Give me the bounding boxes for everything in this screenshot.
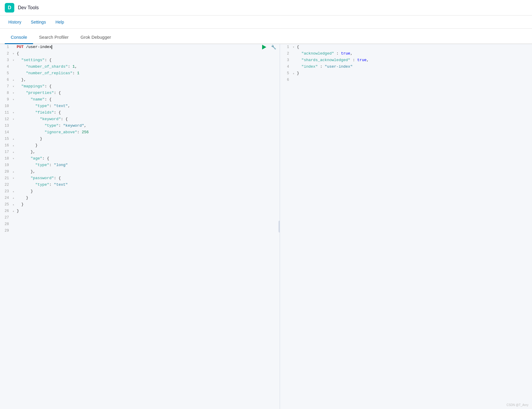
code-content: "type": "text",	[17, 103, 280, 109]
line-number: 23	[0, 188, 13, 194]
line-number: 11	[0, 110, 13, 116]
tab-console[interactable]: Console	[5, 31, 33, 44]
fold-icon[interactable]: ▾	[13, 51, 17, 56]
fold-icon	[13, 103, 17, 104]
nav-settings[interactable]: Settings	[27, 17, 50, 27]
tab-search-profiler[interactable]: Search Profiler	[33, 31, 74, 44]
fold-icon[interactable]: ▾	[13, 156, 17, 161]
line-number: 4	[0, 64, 13, 70]
left-code-line: 24▴ }	[0, 195, 280, 202]
right-line-number: 3	[280, 57, 293, 63]
fold-icon[interactable]: ▾	[13, 97, 17, 102]
line-number: 20	[0, 169, 13, 175]
fold-icon[interactable]: ▴	[13, 77, 17, 83]
line-number: 1	[0, 44, 13, 50]
fold-icon	[13, 123, 17, 124]
fold-icon[interactable]: ▴	[13, 142, 17, 148]
line-number: 18	[0, 156, 13, 162]
nav-history[interactable]: History	[5, 17, 25, 27]
line-number: 21	[0, 175, 13, 181]
line-number: 24	[0, 195, 13, 201]
fold-icon[interactable]: ▴	[13, 169, 17, 174]
fold-icon	[13, 228, 17, 229]
fold-icon[interactable]: ▴	[13, 136, 17, 142]
left-code-line: 10 "type": "text",	[0, 103, 280, 110]
line-number: 15	[0, 136, 13, 142]
line-number: 26	[0, 208, 13, 214]
watermark: CSDN @T_Anry	[507, 403, 529, 407]
nav-bar: History Settings Help	[0, 16, 532, 29]
nav-help[interactable]: Help	[52, 17, 68, 27]
line-number: 3	[0, 57, 13, 63]
fold-icon	[13, 129, 17, 130]
line-number: 8	[0, 90, 13, 96]
fold-icon[interactable]: ▾	[13, 175, 17, 181]
pane-divider[interactable]: ⋮	[279, 221, 280, 233]
right-code-content: {	[297, 44, 532, 50]
right-code-content: }	[297, 70, 532, 77]
line-number: 27	[0, 215, 13, 221]
right-code-line: 2 "acknowledged" : true,	[280, 51, 532, 57]
left-code-line: 20▴ },	[0, 169, 280, 175]
right-code-line: 5▴}	[280, 70, 532, 77]
fold-icon[interactable]: ▾	[13, 110, 17, 115]
left-code-line: 2▾{	[0, 51, 280, 57]
code-content: },	[17, 149, 280, 155]
line-number: 9	[0, 97, 13, 103]
left-code-line: 26▴}	[0, 208, 280, 215]
fold-icon[interactable]: ▴	[13, 202, 17, 207]
fold-icon	[13, 182, 17, 183]
fold-icon[interactable]: ▴	[13, 149, 17, 155]
line-number: 14	[0, 129, 13, 135]
code-content: {	[17, 51, 280, 57]
play-icon	[262, 45, 266, 49]
right-line-number: 2	[280, 51, 293, 57]
line-number: 25	[0, 202, 13, 207]
fold-icon[interactable]: ▾	[13, 57, 17, 63]
tab-grok-debugger[interactable]: Grok Debugger	[74, 31, 117, 44]
left-code-line: 16▴ }	[0, 142, 280, 149]
fold-icon[interactable]: ▴	[13, 208, 17, 214]
line-number: 22	[0, 182, 13, 188]
app-icon-letter: D	[8, 5, 11, 10]
fold-icon	[13, 162, 17, 163]
left-code-line: 17▴ },	[0, 149, 280, 156]
editor-left-code[interactable]: 1 PUT /user-index🔧2▾{3▾ "settings": {4 "…	[0, 44, 280, 409]
fold-icon[interactable]: ▴	[13, 188, 17, 194]
left-code-line: 19 "type": "long"	[0, 162, 280, 169]
run-button[interactable]	[261, 44, 267, 50]
code-content: PUT /user-index	[17, 44, 261, 50]
code-content: "keyword": {	[17, 116, 280, 123]
right-fold-icon[interactable]: ▾	[293, 44, 297, 50]
left-code-line: 27	[0, 215, 280, 221]
line-number: 16	[0, 142, 13, 148]
right-line-number: 1	[280, 44, 293, 50]
code-content: },	[17, 169, 280, 175]
wrench-button[interactable]: 🔧	[270, 44, 277, 50]
fold-icon[interactable]: ▾	[13, 90, 17, 96]
fold-icon[interactable]: ▾	[13, 116, 17, 122]
top-bar: D Dev Tools	[0, 0, 532, 16]
line-number: 29	[0, 228, 13, 234]
left-code-line: 11▾ "fields": {	[0, 110, 280, 116]
fold-icon[interactable]: ▾	[13, 83, 17, 89]
fold-icon	[13, 44, 17, 45]
line-number: 2	[0, 51, 13, 57]
right-code-line: 1▾{	[280, 44, 532, 51]
app-title: Dev Tools	[18, 5, 39, 10]
fold-icon[interactable]: ▴	[13, 195, 17, 201]
right-fold-icon	[293, 57, 297, 58]
wrench-icon: 🔧	[271, 45, 276, 49]
left-code-line: 13 "type": "keyword",	[0, 123, 280, 129]
left-code-line: 29	[0, 228, 280, 234]
left-code-line: 3▾ "settings": {	[0, 57, 280, 64]
right-code-content: "index" : "user-index"	[297, 64, 532, 70]
line-number: 5	[0, 70, 13, 76]
line-number: 19	[0, 162, 13, 168]
editor-left-pane: 1 PUT /user-index🔧2▾{3▾ "settings": {4 "…	[0, 44, 280, 409]
right-fold-icon[interactable]: ▴	[293, 70, 297, 76]
code-content: "ignore_above": 256	[17, 129, 280, 136]
left-code-line: 9▾ "name": {	[0, 97, 280, 103]
line-number: 12	[0, 116, 13, 122]
editor-right-pane: 1▾{2 "acknowledged" : true,3 "shards_ack…	[280, 44, 532, 409]
